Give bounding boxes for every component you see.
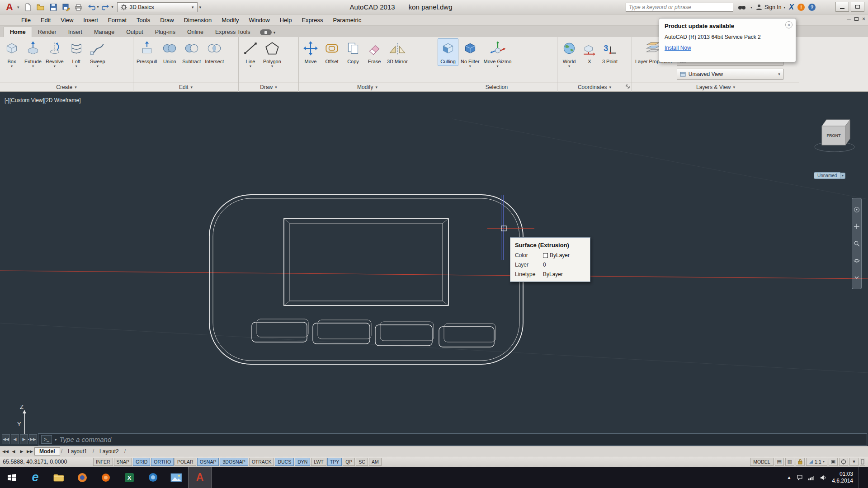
taskbar-internet-explorer[interactable]: e (24, 467, 47, 488)
toggle-osnap[interactable]: OSNAP (197, 458, 219, 466)
lock-ui-button[interactable] (796, 458, 805, 466)
toggle-otrack[interactable]: OTRACK (249, 458, 274, 466)
taskbar-file-explorer[interactable] (47, 467, 71, 488)
install-now-link[interactable]: Install Now (665, 45, 691, 51)
panel-selection-footer[interactable]: Selection (436, 82, 557, 92)
toggle-snap[interactable]: SNAP (114, 458, 132, 466)
command-input[interactable] (60, 436, 864, 443)
tab-insert[interactable]: Insert (62, 27, 88, 37)
cmd-last-button[interactable]: ▶▶ (29, 434, 37, 444)
panel-edit-footer[interactable]: Edit▾ (133, 82, 238, 92)
menu-edit[interactable]: Edit (36, 16, 56, 24)
no-filter-button[interactable]: No Filter ▾ (459, 38, 481, 70)
quick-view-drawings-icon[interactable]: ▥ (785, 458, 794, 466)
workspace-selector[interactable]: 3D Basics ▾ (117, 2, 198, 12)
qat-customize-arrow-icon[interactable]: ▾ (199, 5, 202, 9)
toggle-ortho[interactable]: ORTHO (151, 458, 174, 466)
taskbar-clock[interactable]: 01:03 4.6.2014 (832, 471, 853, 484)
quick-view-layouts-icon[interactable]: ▤ (775, 458, 784, 466)
coordinates-readout[interactable]: 65.5888, 40.3171, 0.0000 (3, 459, 93, 465)
tab-render[interactable]: Render (32, 27, 62, 37)
tab-output[interactable]: Output (120, 27, 149, 37)
toggle-ducs[interactable]: DUCS (275, 458, 294, 466)
tab-model[interactable]: Model (34, 447, 60, 455)
panel-coordinates-footer[interactable]: Coordinates▾ (557, 82, 632, 92)
taskbar-autocad[interactable]: A (188, 467, 212, 488)
app-menu-arrow-icon[interactable]: ▾ (17, 5, 19, 9)
panel-modify-footer[interactable]: Modify▾ (299, 82, 436, 92)
toggle-polar[interactable]: POLAR (175, 458, 196, 466)
three-point-button[interactable]: 3 3 Point (599, 38, 620, 66)
view-name-arrow-icon[interactable]: ▾ (840, 173, 845, 179)
model-space-button[interactable]: MODEL (750, 458, 773, 466)
tray-expand-arrow-icon[interactable]: ▲ (787, 475, 791, 480)
menu-dimension[interactable]: Dimension (179, 16, 217, 24)
plot-button[interactable] (73, 2, 85, 13)
cmd-first-button[interactable]: ◀◀ (2, 434, 10, 444)
toggle-infer[interactable]: INFER (93, 458, 113, 466)
undo-dropdown-arrow-icon[interactable]: ▾ (97, 5, 99, 9)
autocad-logo-button[interactable]: A (2, 1, 17, 14)
mirror-3d-button[interactable]: 3D Mirror (385, 38, 410, 66)
toggle-dyn[interactable]: DYN (295, 458, 310, 466)
menu-file[interactable]: File (16, 16, 36, 24)
erase-button[interactable]: Erase (364, 38, 385, 66)
toggle-am[interactable]: AM (369, 458, 382, 466)
taskbar-firefox[interactable] (71, 467, 94, 488)
loft-button[interactable]: Loft ▾ (66, 38, 87, 70)
taskbar-photo-viewer[interactable] (165, 467, 188, 488)
open-file-button[interactable] (35, 2, 47, 13)
world-ucs-button[interactable]: World ▾ (559, 38, 580, 70)
tab-manage[interactable]: Manage (88, 27, 120, 37)
taskbar-app-orange[interactable] (94, 467, 118, 488)
panel-layers-view-footer[interactable]: Layers & View▾ (632, 82, 799, 92)
search-input[interactable] (626, 3, 733, 12)
x-axis-button[interactable]: X (580, 38, 599, 66)
drawing-viewport[interactable]: [-][Custom View][2D Wireframe] (0, 92, 868, 446)
popup-close-button[interactable]: × (785, 21, 793, 28)
exchange-apps-button[interactable]: X (789, 3, 794, 11)
coordinates-dialog-launcher-icon[interactable] (626, 84, 630, 90)
move-gizmo-button[interactable]: Move Gizmo ▾ (482, 38, 514, 70)
save-button[interactable] (47, 2, 59, 13)
line-dropdown-arrow-icon[interactable]: ▾ (250, 65, 251, 68)
redo-button[interactable] (100, 2, 112, 13)
menu-window[interactable]: Window (244, 16, 274, 24)
menu-help[interactable]: Help (275, 16, 297, 24)
offset-button[interactable]: Offset (321, 38, 342, 66)
view-cube[interactable]: FRONT (813, 112, 858, 168)
start-button[interactable] (0, 467, 24, 488)
action-center-icon[interactable] (797, 475, 803, 480)
ribbon-display-toggle-button[interactable] (260, 29, 272, 35)
subtract-button[interactable]: Subtract (180, 38, 203, 66)
toggle-tpy[interactable]: TPY (327, 458, 342, 466)
doc-close-button[interactable]: × (862, 16, 865, 22)
revolve-button[interactable]: Revolve ▾ (44, 38, 66, 70)
toggle-sc[interactable]: SC (356, 458, 368, 466)
annotation-visibility-icon[interactable]: ▣ (829, 458, 838, 466)
ribbon-display-arrow-icon[interactable]: ▾ (274, 30, 276, 35)
workspace-switch-icon[interactable] (839, 458, 848, 466)
show-desktop-button[interactable] (859, 467, 862, 488)
toggle-lwt[interactable]: LWT (311, 458, 326, 466)
layout-first-button[interactable]: ◀◀ (2, 448, 9, 455)
network-icon[interactable] (808, 475, 815, 480)
viewport-controls-label[interactable]: [-][Custom View][2D Wireframe] (5, 97, 80, 103)
update-alert-icon[interactable]: ! (797, 4, 805, 11)
menu-tools[interactable]: Tools (132, 16, 155, 24)
menu-express[interactable]: Express (297, 16, 328, 24)
menu-view[interactable]: View (56, 16, 78, 24)
taskbar-excel[interactable]: X (118, 467, 141, 488)
layout-prev-button[interactable]: ◀ (10, 448, 17, 455)
clean-screen-button[interactable] (860, 458, 865, 466)
minimize-button[interactable] (835, 2, 849, 12)
panel-draw-footer[interactable]: Draw▾ (239, 82, 298, 92)
tab-layout1[interactable]: Layout1 (63, 448, 92, 455)
sweep-button[interactable]: Sweep ▾ (87, 38, 108, 70)
view-name-control[interactable]: Unnamed ▾ (814, 172, 845, 179)
toggle-grid[interactable]: GRID (133, 458, 150, 466)
intersect-button[interactable]: Intersect (203, 38, 226, 66)
annotation-scale-button[interactable]: 1:1 ▾ (806, 458, 827, 466)
polygon-dropdown-arrow-icon[interactable]: ▾ (271, 65, 273, 68)
polygon-button[interactable]: Polygon ▾ (261, 38, 283, 70)
